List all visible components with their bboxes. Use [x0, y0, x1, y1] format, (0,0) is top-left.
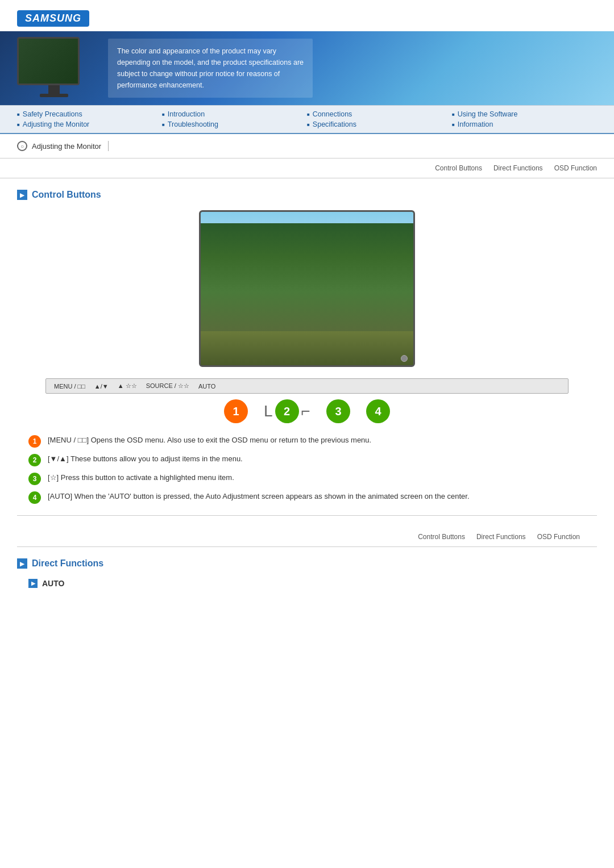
- tab-direct-functions-top[interactable]: Direct Functions: [493, 164, 543, 172]
- garden-flowers: [201, 331, 413, 365]
- numbered-buttons: 1 L 2 ⌐ 3 4: [45, 399, 569, 423]
- tab-links-bottom: Control Buttons Direct Functions OSD Fun…: [17, 527, 597, 547]
- nav-menu: Safety Precautions Introduction Connecti…: [0, 105, 614, 134]
- tab-osd-function-top[interactable]: OSD Function: [554, 164, 597, 172]
- desc-item-1: 1 [MENU / □□] Opens the OSD menu. Also u…: [28, 435, 586, 448]
- section2-title: Direct Functions: [32, 558, 103, 569]
- nav-item-connections[interactable]: Connections: [307, 110, 452, 118]
- monitor-image-container: [17, 210, 597, 367]
- bracket-left: L: [264, 402, 273, 420]
- nav-item-troubleshooting[interactable]: Troubleshooting: [162, 120, 307, 128]
- breadcrumb: ○ Adjusting the Monitor: [0, 134, 614, 158]
- desc-item-4: 4 [AUTO] When the 'AUTO' button is press…: [28, 491, 586, 504]
- button-1: 1: [224, 399, 248, 423]
- section1-header: ▶ Control Buttons: [17, 190, 597, 200]
- banner-text: The color and appearance of the product …: [108, 39, 313, 98]
- control-bar-source: SOURCE / ☆☆: [146, 382, 189, 390]
- desc-text-2: [▼/▲] These buttons allow you to adjust …: [48, 453, 243, 465]
- breadcrumb-icon: ○: [17, 141, 27, 151]
- sub-section-auto-label: AUTO: [42, 579, 64, 588]
- header: SAMSUNG: [0, 0, 614, 31]
- desc-num-3: 3: [28, 473, 41, 485]
- nav-item-safety[interactable]: Safety Precautions: [17, 110, 162, 118]
- monitor-shape: [17, 37, 80, 85]
- section1-icon: ▶: [17, 190, 27, 200]
- button-2: 2: [275, 399, 299, 423]
- main-content: ▶ Control Buttons MENU / □□ ▲/▼ ▲ ☆☆ SOU…: [0, 178, 614, 599]
- tab-links-top: Control Buttons Direct Functions OSD Fun…: [0, 158, 614, 178]
- monitor-display: [199, 210, 415, 367]
- nav-item-adjusting[interactable]: Adjusting the Monitor: [17, 120, 162, 128]
- desc-num-4: 4: [28, 491, 41, 504]
- desc-item-3: 3 [☆] Press this button to activate a hi…: [28, 472, 586, 485]
- desc-text-1: [MENU / □□] Opens the OSD menu. Also use…: [48, 435, 371, 446]
- control-bar-auto: AUTO: [198, 383, 215, 390]
- control-bar-menu: MENU / □□: [54, 383, 85, 390]
- divider-bottom: [17, 515, 597, 516]
- tab-control-buttons-bottom[interactable]: Control Buttons: [418, 533, 465, 541]
- tab-control-buttons-top[interactable]: Control Buttons: [435, 164, 482, 172]
- button-4: 4: [366, 399, 390, 423]
- sub-section-icon: ▶: [28, 579, 38, 588]
- desc-num-2: 2: [28, 454, 41, 466]
- monitor-base: [40, 94, 68, 97]
- samsung-logo: SAMSUNG: [17, 10, 89, 27]
- banner: The color and appearance of the product …: [0, 31, 614, 105]
- bracket-right: ⌐: [301, 402, 310, 420]
- desc-text-4: [AUTO] When the 'AUTO' button is pressed…: [48, 491, 470, 502]
- button-3: 3: [326, 399, 350, 423]
- nav-item-specifications[interactable]: Specifications: [307, 120, 452, 128]
- monitor-power-button: [401, 355, 408, 362]
- section1-title: Control Buttons: [32, 190, 101, 200]
- control-bar-brightness: ▲ ☆☆: [118, 382, 137, 390]
- banner-monitor-image: [17, 37, 91, 99]
- monitor-screen-area: [201, 212, 413, 365]
- nav-item-information[interactable]: Information: [452, 120, 597, 128]
- control-bar-arrows: ▲/▼: [94, 383, 109, 390]
- section2: ▶ Direct Functions ▶ AUTO: [17, 558, 597, 588]
- nav-item-using-software[interactable]: Using the Software: [452, 110, 597, 118]
- monitor-stand: [48, 85, 60, 94]
- description-list: 1 [MENU / □□] Opens the OSD menu. Also u…: [28, 435, 586, 504]
- tab-direct-functions-bottom[interactable]: Direct Functions: [476, 533, 526, 541]
- garden-trees: [201, 223, 413, 337]
- desc-text-3: [☆] Press this button to activate a high…: [48, 472, 234, 483]
- desc-item-2: 2 [▼/▲] These buttons allow you to adjus…: [28, 453, 586, 466]
- direct-functions-sub: ▶ AUTO: [28, 579, 597, 588]
- nav-item-introduction[interactable]: Introduction: [162, 110, 307, 118]
- section2-icon: ▶: [17, 558, 27, 569]
- desc-num-1: 1: [28, 435, 41, 448]
- button-2-group: L 2 ⌐: [264, 399, 310, 423]
- monitor-screen-preview: [19, 39, 78, 84]
- section2-header: ▶ Direct Functions: [17, 558, 597, 569]
- breadcrumb-text: Adjusting the Monitor: [32, 142, 101, 151]
- control-bar: MENU / □□ ▲/▼ ▲ ☆☆ SOURCE / ☆☆ AUTO: [45, 378, 569, 394]
- breadcrumb-divider: [108, 141, 109, 151]
- tab-osd-function-bottom[interactable]: OSD Function: [537, 533, 580, 541]
